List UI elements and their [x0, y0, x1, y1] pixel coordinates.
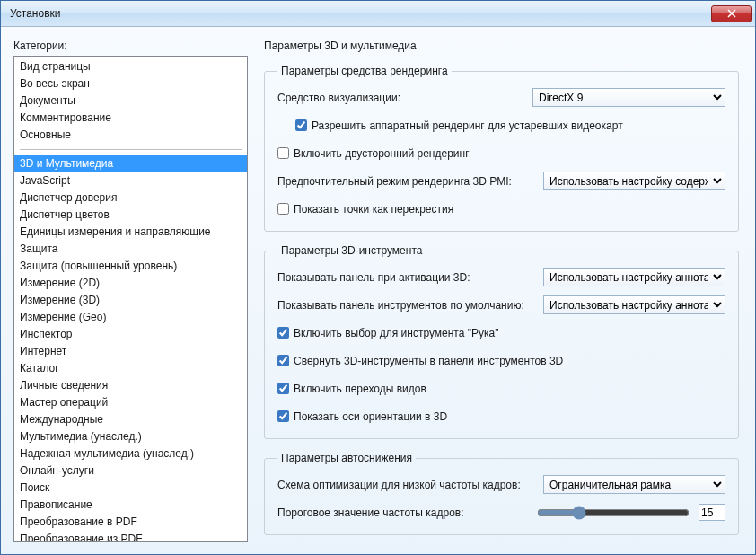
category-item[interactable]: Преобразование из PDF: [14, 531, 247, 542]
show-panel-select[interactable]: Использовать настройку аннотаций: [543, 268, 725, 286]
category-item[interactable]: JavaScript: [14, 172, 247, 189]
visualizer-label: Средство визуализации:: [277, 92, 409, 104]
scheme-select[interactable]: Ограничительная рамка: [543, 475, 725, 494]
tool-group: Параметры 3D-инструмента Показывать пане…: [264, 244, 739, 439]
category-item[interactable]: Во весь экран: [14, 75, 247, 92]
threshold-input[interactable]: [699, 504, 725, 521]
threshold-slider[interactable]: [537, 506, 690, 520]
hw-legacy-checkbox[interactable]: Разрешить аппаратный рендеринг для устар…: [295, 119, 623, 132]
category-item[interactable]: Мастер операций: [14, 394, 247, 411]
categories-list[interactable]: Вид страницыВо весь экранДокументыКоммен…: [13, 56, 248, 542]
threshold-label: Пороговое значение частоты кадров:: [277, 507, 473, 519]
renderer-legend: Параметры средства рендеринга: [277, 65, 452, 77]
category-item[interactable]: Преобразование в PDF: [14, 514, 247, 531]
orientation-axes-checkbox[interactable]: Показать оси ориентации в 3D: [277, 410, 447, 423]
category-item[interactable]: Документы: [14, 92, 247, 110]
category-item[interactable]: Каталог: [14, 360, 247, 377]
categories-pane: Категории: Вид страницыВо весь экранДоку…: [13, 40, 248, 542]
category-item[interactable]: 3D и Мультимедиа: [14, 155, 247, 172]
collapse-3d-tools-checkbox[interactable]: Свернуть 3D-инструменты в панели инструм…: [277, 355, 563, 367]
category-item[interactable]: Измерение (2D): [14, 275, 247, 292]
default-toolbar-select[interactable]: Использовать настройку аннотаций: [543, 295, 725, 314]
settings-pane: Параметры 3D и мультимедиа Параметры сре…: [255, 40, 743, 542]
crosshair-checkbox[interactable]: Показать точки как перекрестия: [277, 203, 453, 216]
category-item[interactable]: Интернет: [14, 343, 247, 360]
category-item[interactable]: Защита: [14, 241, 247, 258]
category-item[interactable]: Правописание: [14, 497, 247, 514]
category-item[interactable]: Вид страницы: [14, 58, 247, 75]
categories-label: Категории:: [13, 40, 248, 52]
category-item[interactable]: Единицы измерения и направляющие: [14, 224, 247, 241]
visualizer-select[interactable]: DirectX 9: [532, 88, 725, 107]
category-item[interactable]: Личные сведения: [14, 377, 247, 394]
renderer-group: Параметры средства рендеринга Средство в…: [264, 65, 739, 232]
category-item[interactable]: Онлайн-услуги: [14, 462, 247, 480]
autodegrade-group: Параметры автоснижения Схема оптимизации…: [264, 452, 739, 535]
scheme-label: Схема оптимизации для низкой частоты кад…: [277, 479, 530, 491]
preferences-window: Установки Категории: Вид страницыВо весь…: [0, 0, 756, 555]
category-item[interactable]: Поиск: [14, 480, 247, 497]
autodegrade-legend: Параметры автоснижения: [277, 452, 416, 464]
category-item[interactable]: Диспетчер цветов: [14, 207, 247, 224]
category-item[interactable]: Инспектор: [14, 326, 247, 343]
category-item[interactable]: Комментирование: [14, 110, 247, 127]
window-title: Установки: [10, 7, 711, 20]
pmi-select[interactable]: Использовать настройку содержимого: [543, 172, 725, 190]
close-icon: [727, 9, 736, 18]
category-item[interactable]: Измерение (Geo): [14, 309, 247, 326]
category-item[interactable]: Диспетчер доверия: [14, 189, 247, 207]
category-item[interactable]: Измерение (3D): [14, 292, 247, 309]
tool-legend: Параметры 3D-инструмента: [277, 244, 426, 257]
page-heading: Параметры 3D и мультимедиа: [264, 40, 739, 52]
doublesided-checkbox[interactable]: Включить двусторонний рендеринг: [277, 147, 470, 160]
hand-select-checkbox[interactable]: Включить выбор для инструмента "Рука": [277, 327, 498, 339]
default-toolbar-label: Показывать панель инструментов по умолча…: [277, 299, 533, 312]
category-item[interactable]: Надежная мультимедиа (унаслед.): [14, 445, 247, 462]
dialog-body: Категории: Вид страницыВо весь экранДоку…: [1, 27, 755, 554]
category-item[interactable]: Мультимедиа (унаслед.): [14, 428, 247, 445]
category-item[interactable]: Основные: [14, 127, 247, 144]
pmi-label: Предпочтительный режим рендеринга 3D PMI…: [277, 175, 521, 188]
category-item[interactable]: Международные: [14, 411, 247, 428]
show-panel-label: Показывать панель при активации 3D:: [277, 271, 479, 284]
close-button[interactable]: [711, 5, 752, 22]
category-item[interactable]: Защита (повышенный уровень): [14, 258, 247, 275]
titlebar: Установки: [1, 1, 755, 27]
view-transitions-checkbox[interactable]: Включить переходы видов: [277, 383, 426, 395]
category-separator: [20, 149, 242, 150]
